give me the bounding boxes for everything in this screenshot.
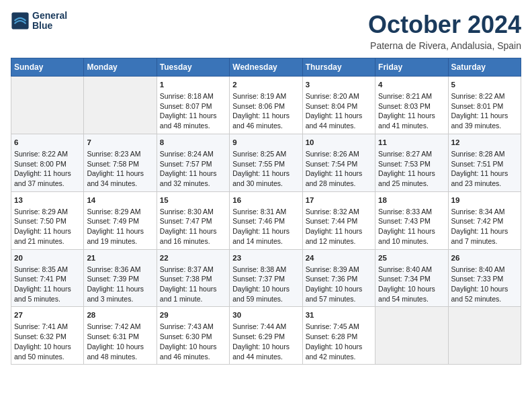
calendar-cell: 1Sunrise: 8:18 AMSunset: 8:07 PMDaylight… (157, 77, 229, 134)
day-detail: Sunrise: 7:43 AM (160, 322, 226, 332)
calendar-cell (11, 77, 84, 134)
calendar-cell (448, 307, 521, 365)
day-detail: Daylight: 11 hours and 7 minutes. (451, 226, 518, 246)
day-detail: Daylight: 11 hours and 34 minutes. (87, 169, 153, 188)
calendar-cell: 21Sunrise: 8:36 AMSunset: 7:39 PMDayligh… (84, 249, 157, 307)
day-detail: Sunset: 7:37 PM (232, 274, 299, 284)
day-detail: Sunrise: 8:39 AM (306, 265, 372, 275)
day-number: 20 (14, 253, 81, 263)
day-number: 10 (306, 137, 372, 148)
day-detail: Daylight: 11 hours and 46 minutes. (232, 111, 299, 130)
day-detail: Sunrise: 8:34 AM (451, 207, 518, 217)
day-detail: Sunset: 7:41 PM (14, 274, 81, 284)
day-detail: Sunset: 7:44 PM (306, 216, 372, 226)
day-number: 9 (232, 137, 299, 148)
day-detail: Sunset: 8:07 PM (160, 101, 226, 111)
day-number: 22 (160, 253, 226, 263)
calendar-cell: 15Sunrise: 8:30 AMSunset: 7:47 PMDayligh… (157, 191, 229, 249)
weekday-header: Saturday (448, 58, 521, 77)
day-detail: Sunrise: 8:35 AM (14, 265, 81, 275)
calendar-cell: 8Sunrise: 8:24 AMSunset: 7:57 PMDaylight… (157, 134, 229, 191)
title-block: October 2024 Paterna de Rivera, Andalusi… (368, 11, 521, 51)
calendar-cell: 20Sunrise: 8:35 AMSunset: 7:41 PMDayligh… (11, 249, 84, 307)
calendar-cell: 24Sunrise: 8:39 AMSunset: 7:36 PMDayligh… (302, 249, 375, 307)
day-detail: Sunset: 7:34 PM (378, 274, 445, 284)
day-number: 2 (232, 79, 299, 90)
day-detail: Sunset: 8:01 PM (451, 101, 518, 111)
day-detail: Sunset: 8:04 PM (306, 101, 372, 111)
weekday-header: Friday (375, 58, 448, 77)
weekday-header: Tuesday (157, 58, 229, 77)
day-detail: Sunrise: 8:18 AM (160, 91, 226, 101)
day-detail: Sunrise: 8:21 AM (378, 91, 445, 101)
calendar-cell: 6Sunrise: 8:22 AMSunset: 8:00 PMDaylight… (11, 134, 84, 191)
day-number: 23 (232, 253, 299, 263)
day-detail: Sunrise: 8:36 AM (87, 265, 153, 275)
calendar-cell: 19Sunrise: 8:34 AMSunset: 7:42 PMDayligh… (448, 191, 521, 249)
day-detail: Sunset: 6:31 PM (87, 332, 153, 342)
day-number: 31 (306, 310, 372, 320)
day-detail: Sunset: 7:38 PM (160, 274, 226, 284)
day-number: 25 (378, 253, 445, 263)
day-number: 4 (378, 79, 445, 90)
day-detail: Sunrise: 8:27 AM (378, 149, 445, 159)
day-number: 28 (87, 310, 153, 320)
calendar-cell: 12Sunrise: 8:28 AMSunset: 7:51 PMDayligh… (448, 134, 521, 191)
calendar-cell: 31Sunrise: 7:45 AMSunset: 6:28 PMDayligh… (302, 307, 375, 365)
calendar-cell: 23Sunrise: 8:38 AMSunset: 7:37 PMDayligh… (230, 249, 302, 307)
day-detail: Sunset: 6:30 PM (160, 332, 226, 342)
day-detail: Daylight: 11 hours and 32 minutes. (160, 169, 226, 188)
day-detail: Sunrise: 8:30 AM (160, 207, 226, 217)
day-detail: Daylight: 10 hours and 59 minutes. (232, 284, 299, 304)
weekday-header: Wednesday (230, 58, 302, 77)
calendar-cell: 3Sunrise: 8:20 AMSunset: 8:04 PMDaylight… (302, 77, 375, 134)
day-detail: Daylight: 11 hours and 37 minutes. (14, 169, 81, 188)
calendar-cell: 4Sunrise: 8:21 AMSunset: 8:03 PMDaylight… (375, 77, 448, 134)
day-detail: Daylight: 11 hours and 16 minutes. (160, 226, 226, 246)
day-detail: Sunrise: 8:20 AM (306, 91, 372, 101)
day-detail: Sunset: 7:47 PM (160, 216, 226, 226)
day-detail: Sunset: 6:32 PM (14, 332, 81, 342)
day-detail: Daylight: 11 hours and 3 minutes. (87, 284, 153, 304)
day-number: 29 (160, 310, 226, 320)
day-detail: Sunrise: 8:28 AM (451, 149, 518, 159)
day-number: 7 (87, 137, 153, 148)
day-detail: Daylight: 11 hours and 39 minutes. (451, 111, 518, 130)
weekday-header: Sunday (11, 58, 84, 77)
day-detail: Sunset: 7:55 PM (232, 159, 299, 169)
day-detail: Sunrise: 7:42 AM (87, 322, 153, 332)
day-detail: Sunrise: 7:45 AM (306, 322, 372, 332)
day-detail: Daylight: 10 hours and 50 minutes. (14, 342, 81, 361)
day-number: 18 (378, 195, 445, 205)
day-detail: Sunrise: 8:38 AM (232, 265, 299, 275)
calendar-cell: 5Sunrise: 8:22 AMSunset: 8:01 PMDaylight… (448, 77, 521, 134)
day-detail: Sunrise: 8:25 AM (232, 149, 299, 159)
day-number: 5 (451, 79, 518, 90)
day-detail: Sunrise: 8:32 AM (306, 207, 372, 217)
day-detail: Sunrise: 8:22 AM (14, 149, 81, 159)
logo-icon (11, 11, 30, 30)
day-number: 17 (306, 195, 372, 205)
day-detail: Daylight: 10 hours and 52 minutes. (451, 284, 518, 304)
day-detail: Sunrise: 7:44 AM (232, 322, 299, 332)
calendar-cell: 26Sunrise: 8:40 AMSunset: 7:33 PMDayligh… (448, 249, 521, 307)
day-detail: Daylight: 11 hours and 10 minutes. (378, 226, 445, 246)
page-header: General Blue October 2024 Paterna de Riv… (11, 11, 521, 51)
day-detail: Sunrise: 8:40 AM (451, 265, 518, 275)
calendar-week-row: 6Sunrise: 8:22 AMSunset: 8:00 PMDaylight… (11, 134, 521, 191)
day-detail: Sunset: 7:43 PM (378, 216, 445, 226)
logo-text: General Blue (32, 11, 67, 32)
calendar-cell: 29Sunrise: 7:43 AMSunset: 6:30 PMDayligh… (157, 307, 229, 365)
day-detail: Sunset: 6:29 PM (232, 332, 299, 342)
calendar-cell: 14Sunrise: 8:29 AMSunset: 7:49 PMDayligh… (84, 191, 157, 249)
day-detail: Sunset: 8:03 PM (378, 101, 445, 111)
day-detail: Daylight: 11 hours and 41 minutes. (378, 111, 445, 130)
day-detail: Daylight: 11 hours and 21 minutes. (14, 226, 81, 246)
day-number: 14 (87, 195, 153, 205)
day-detail: Sunset: 7:53 PM (378, 159, 445, 169)
day-number: 26 (451, 253, 518, 263)
day-detail: Daylight: 11 hours and 30 minutes. (232, 169, 299, 188)
day-detail: Sunset: 7:49 PM (87, 216, 153, 226)
day-detail: Daylight: 11 hours and 44 minutes. (306, 111, 372, 130)
day-detail: Daylight: 11 hours and 14 minutes. (232, 226, 299, 246)
